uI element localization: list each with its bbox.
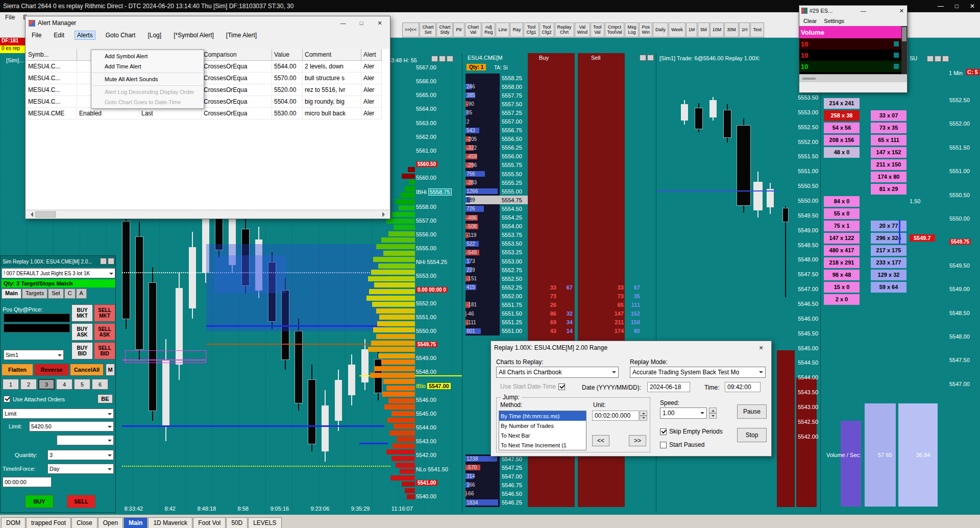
- dom-row[interactable]: -5705547.25: [465, 463, 656, 472]
- horizontal-scrollbar[interactable]: [26, 210, 389, 218]
- minimize-icon[interactable]: [431, 56, 438, 62]
- trade-tab-targets[interactable]: Targets: [22, 289, 47, 299]
- dom-row[interactable]: -1115551.256934211150: [465, 318, 656, 327]
- spin-up-icon[interactable]: [640, 411, 647, 416]
- qty-preset-1[interactable]: 1: [3, 379, 19, 390]
- toolbar-button-chartstdy[interactable]: ChartStdy: [436, 22, 453, 37]
- dom-row[interactable]: 1665546.75: [465, 481, 656, 489]
- replay-mode-dropdown[interactable]: Accurate Trading System Back Test Mo: [630, 367, 766, 378]
- cancel-all-button[interactable]: CancelAll: [70, 364, 104, 376]
- dom-row[interactable]: -905557.50: [465, 100, 656, 108]
- alert-row[interactable]: MESU4.C...CrossesOrEqua5544.002 levels, …: [26, 61, 389, 73]
- limit-price-dropdown[interactable]: 5420.50: [29, 421, 114, 431]
- sell-button[interactable]: SELL: [67, 495, 95, 508]
- time-field[interactable]: 09:42:00: [725, 382, 761, 392]
- tab-50d[interactable]: 50D: [226, 517, 248, 528]
- column-header[interactable]: Alert: [361, 49, 382, 61]
- replay-dialog-titlebar[interactable]: Replay 1.00X: ESU4.CME[M] 2.00 Range ✕: [491, 341, 771, 354]
- dom-row[interactable]: 7565555.50: [465, 170, 656, 178]
- column-header[interactable]: Symb...: [26, 49, 77, 61]
- close-icon[interactable]: ✕: [970, 3, 975, 10]
- dom-row[interactable]: 1895554.75: [465, 196, 656, 204]
- dom-row[interactable]: 3145547.00: [465, 472, 656, 481]
- dom-row[interactable]: -465551.508632147152: [465, 309, 656, 318]
- speed-dropdown[interactable]: 1.00: [660, 407, 707, 419]
- qty-preset-5[interactable]: 5: [74, 379, 90, 390]
- dom-row[interactable]: 6015551.00431417480: [465, 327, 656, 335]
- sim-account-dropdown[interactable]: Sim1: [4, 350, 64, 360]
- dom-row[interactable]: 18345546.25: [465, 498, 656, 507]
- close-icon[interactable]: ✕: [371, 16, 389, 30]
- dom-row[interactable]: -5085554.00: [465, 222, 656, 231]
- spin-up-icon[interactable]: [709, 407, 717, 413]
- toolbar-button-toolcfg1[interactable]: ToolCfg1: [524, 22, 538, 37]
- close-icon[interactable]: [942, 56, 949, 62]
- buy-button[interactable]: BUY: [25, 495, 54, 508]
- scrollbar-thumb[interactable]: [902, 27, 906, 41]
- toolbar-button-msglog[interactable]: MsgLog: [625, 22, 639, 37]
- toolbar-button-replaychrt[interactable]: ReplayChrt: [555, 22, 574, 37]
- toolbar-button-10m[interactable]: 10M: [710, 22, 724, 37]
- menu-item-mute-all-alert-sounds[interactable]: Mute All Alert Sounds: [91, 74, 204, 84]
- volume-alerts-window[interactable]: #29 ES... — ✕ Clear Settings Volume 1010…: [799, 5, 908, 93]
- menu-clear[interactable]: Clear: [803, 18, 817, 24]
- maximize-icon[interactable]: □: [352, 16, 371, 30]
- volume-alert-row[interactable]: 10: [799, 61, 907, 72]
- unit-field[interactable]: 00:02:00.000: [592, 411, 639, 421]
- dom-row[interactable]: -2835555.25: [465, 178, 656, 187]
- toolbar-button-1m[interactable]: 1M: [686, 22, 698, 37]
- speed-spinner[interactable]: [709, 407, 717, 419]
- column-header[interactable]: Value: [272, 49, 303, 61]
- menu-file[interactable]: File: [5, 14, 15, 21]
- toolbar-button-1h[interactable]: 1H: [739, 22, 750, 37]
- qty-preset-6[interactable]: 6: [92, 379, 108, 390]
- toolbar-button-toolcfg2[interactable]: ToolCfg2: [540, 22, 554, 37]
- toolbar-button-cmpcttoolval[interactable]: CmpctToolVal: [605, 22, 625, 37]
- nlo-dotted-line[interactable]: [122, 466, 390, 467]
- buy-bid-button[interactable]: BUYBID: [71, 342, 93, 359]
- far-price-scale[interactable]: 5552.505552.005551.505551.005550.505550.…: [949, 97, 971, 387]
- alert-manager-window[interactable]: Alert Manager — □ ✕ FileEditAlertsGoto C…: [25, 16, 390, 219]
- trade-tab-c[interactable]: C: [64, 289, 76, 299]
- close-icon[interactable]: [108, 258, 114, 265]
- dom-row[interactable]: 3855557.75: [465, 91, 656, 100]
- buy-ask-button[interactable]: BUYASK: [71, 323, 93, 341]
- resize-handle[interactable]: [802, 78, 816, 80]
- jump-method-option[interactable]: To Next Bar: [499, 430, 586, 440]
- be-button[interactable]: BE: [97, 394, 113, 403]
- menu-goto-chart[interactable]: Goto Chart: [104, 31, 138, 39]
- dom-ladder[interactable]: 5558.252465558.003855557.75-905557.50855…: [465, 74, 656, 335]
- dom-row[interactable]: -4595556.00: [465, 152, 656, 161]
- toolbar-button-adjreg[interactable]: AdjReg: [482, 22, 496, 37]
- trade-window[interactable]: Sim Replay 1.00X: ESU4.CME[M] 2.0... ! 0…: [0, 255, 116, 513]
- dom-row[interactable]: 1735553.00: [465, 257, 656, 266]
- trade-tab-a[interactable]: A: [76, 289, 87, 299]
- quantity-dropdown[interactable]: 3: [47, 450, 114, 460]
- jump-method-list[interactable]: By Time (hh:mm:ss.ms)By Number of Trades…: [499, 411, 586, 450]
- dom-row[interactable]: 2465558.00: [465, 82, 656, 91]
- menu-alerts[interactable]: Alerts: [75, 31, 95, 40]
- order-type-dropdown[interactable]: Limit: [3, 409, 114, 419]
- toolbar-button-text[interactable]: Text: [750, 22, 764, 37]
- close-icon[interactable]: ✕: [752, 341, 770, 354]
- dom-row[interactable]: 5552.00737335: [465, 292, 656, 300]
- position-field[interactable]: [4, 314, 70, 322]
- secondary-price-dropdown[interactable]: [57, 435, 114, 445]
- minimize-icon[interactable]: [927, 56, 934, 62]
- scrollbar-thumb[interactable]: [35, 211, 56, 218]
- dom-row[interactable]: 7265554.50: [465, 204, 656, 213]
- dom-row[interactable]: 5435556.75: [465, 126, 656, 135]
- qty-preset-2[interactable]: 2: [20, 379, 37, 390]
- volume-alert-row[interactable]: 10: [799, 38, 907, 50]
- toolbar-button-5m[interactable]: 5M: [698, 22, 709, 37]
- flatten-button[interactable]: Flatten: [2, 364, 33, 376]
- maximize-icon[interactable]: [439, 56, 446, 62]
- menu-item-add-time-alert[interactable]: Add Time Alert: [91, 61, 204, 71]
- tab-foot-vol[interactable]: Foot Vol: [193, 517, 226, 528]
- stop-button[interactable]: Stop: [737, 428, 767, 442]
- charts-to-replay-dropdown[interactable]: All Charts in Chartbook: [496, 367, 619, 378]
- date-field[interactable]: 2024-06-18: [647, 382, 690, 392]
- trade-tab-set[interactable]: Set: [48, 289, 64, 299]
- toolbar-button-week[interactable]: Week: [669, 22, 685, 37]
- minimize-icon[interactable]: [640, 55, 646, 61]
